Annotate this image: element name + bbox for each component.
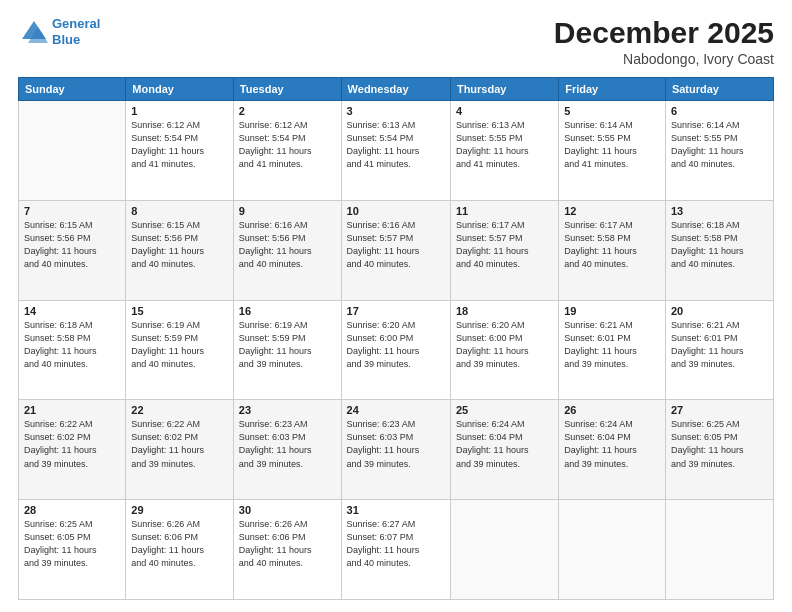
calendar-cell [450, 500, 558, 600]
calendar-cell: 19Sunrise: 6:21 AM Sunset: 6:01 PM Dayli… [559, 300, 666, 400]
day-info: Sunrise: 6:20 AM Sunset: 6:00 PM Dayligh… [347, 319, 445, 371]
calendar-cell: 17Sunrise: 6:20 AM Sunset: 6:00 PM Dayli… [341, 300, 450, 400]
calendar-cell: 8Sunrise: 6:15 AM Sunset: 5:56 PM Daylig… [126, 200, 234, 300]
col-saturday: Saturday [665, 78, 773, 101]
day-number: 15 [131, 305, 228, 317]
calendar-cell: 29Sunrise: 6:26 AM Sunset: 6:06 PM Dayli… [126, 500, 234, 600]
calendar-week-1: 1Sunrise: 6:12 AM Sunset: 5:54 PM Daylig… [19, 101, 774, 201]
subtitle: Nabodongo, Ivory Coast [554, 51, 774, 67]
calendar-table: Sunday Monday Tuesday Wednesday Thursday… [18, 77, 774, 600]
day-number: 5 [564, 105, 660, 117]
day-number: 24 [347, 404, 445, 416]
calendar-cell: 23Sunrise: 6:23 AM Sunset: 6:03 PM Dayli… [233, 400, 341, 500]
day-number: 1 [131, 105, 228, 117]
calendar-cell: 1Sunrise: 6:12 AM Sunset: 5:54 PM Daylig… [126, 101, 234, 201]
day-number: 16 [239, 305, 336, 317]
calendar-cell: 3Sunrise: 6:13 AM Sunset: 5:54 PM Daylig… [341, 101, 450, 201]
day-number: 7 [24, 205, 120, 217]
day-number: 6 [671, 105, 768, 117]
day-info: Sunrise: 6:14 AM Sunset: 5:55 PM Dayligh… [564, 119, 660, 171]
calendar-cell [19, 101, 126, 201]
day-number: 2 [239, 105, 336, 117]
day-number: 30 [239, 504, 336, 516]
day-number: 31 [347, 504, 445, 516]
day-info: Sunrise: 6:16 AM Sunset: 5:57 PM Dayligh… [347, 219, 445, 271]
col-friday: Friday [559, 78, 666, 101]
logo-icon [18, 19, 50, 45]
day-number: 27 [671, 404, 768, 416]
col-sunday: Sunday [19, 78, 126, 101]
day-number: 17 [347, 305, 445, 317]
day-info: Sunrise: 6:22 AM Sunset: 6:02 PM Dayligh… [24, 418, 120, 470]
day-info: Sunrise: 6:17 AM Sunset: 5:58 PM Dayligh… [564, 219, 660, 271]
header-row: Sunday Monday Tuesday Wednesday Thursday… [19, 78, 774, 101]
calendar-cell: 5Sunrise: 6:14 AM Sunset: 5:55 PM Daylig… [559, 101, 666, 201]
day-info: Sunrise: 6:19 AM Sunset: 5:59 PM Dayligh… [131, 319, 228, 371]
day-number: 3 [347, 105, 445, 117]
day-number: 26 [564, 404, 660, 416]
day-info: Sunrise: 6:23 AM Sunset: 6:03 PM Dayligh… [347, 418, 445, 470]
day-number: 23 [239, 404, 336, 416]
calendar-cell: 25Sunrise: 6:24 AM Sunset: 6:04 PM Dayli… [450, 400, 558, 500]
day-info: Sunrise: 6:15 AM Sunset: 5:56 PM Dayligh… [24, 219, 120, 271]
calendar-cell: 11Sunrise: 6:17 AM Sunset: 5:57 PM Dayli… [450, 200, 558, 300]
day-info: Sunrise: 6:16 AM Sunset: 5:56 PM Dayligh… [239, 219, 336, 271]
day-info: Sunrise: 6:15 AM Sunset: 5:56 PM Dayligh… [131, 219, 228, 271]
day-info: Sunrise: 6:22 AM Sunset: 6:02 PM Dayligh… [131, 418, 228, 470]
day-info: Sunrise: 6:23 AM Sunset: 6:03 PM Dayligh… [239, 418, 336, 470]
col-thursday: Thursday [450, 78, 558, 101]
day-number: 25 [456, 404, 553, 416]
day-info: Sunrise: 6:27 AM Sunset: 6:07 PM Dayligh… [347, 518, 445, 570]
day-number: 8 [131, 205, 228, 217]
page: General Blue December 2025 Nabodongo, Iv… [0, 0, 792, 612]
calendar-cell: 12Sunrise: 6:17 AM Sunset: 5:58 PM Dayli… [559, 200, 666, 300]
day-number: 21 [24, 404, 120, 416]
header: General Blue December 2025 Nabodongo, Iv… [18, 16, 774, 67]
day-number: 9 [239, 205, 336, 217]
day-info: Sunrise: 6:18 AM Sunset: 5:58 PM Dayligh… [671, 219, 768, 271]
calendar-cell: 21Sunrise: 6:22 AM Sunset: 6:02 PM Dayli… [19, 400, 126, 500]
day-number: 28 [24, 504, 120, 516]
col-monday: Monday [126, 78, 234, 101]
day-info: Sunrise: 6:26 AM Sunset: 6:06 PM Dayligh… [239, 518, 336, 570]
day-number: 4 [456, 105, 553, 117]
main-title: December 2025 [554, 16, 774, 49]
calendar-cell: 9Sunrise: 6:16 AM Sunset: 5:56 PM Daylig… [233, 200, 341, 300]
calendar-cell: 28Sunrise: 6:25 AM Sunset: 6:05 PM Dayli… [19, 500, 126, 600]
calendar-cell: 2Sunrise: 6:12 AM Sunset: 5:54 PM Daylig… [233, 101, 341, 201]
calendar-cell: 26Sunrise: 6:24 AM Sunset: 6:04 PM Dayli… [559, 400, 666, 500]
title-area: December 2025 Nabodongo, Ivory Coast [554, 16, 774, 67]
day-info: Sunrise: 6:25 AM Sunset: 6:05 PM Dayligh… [24, 518, 120, 570]
col-tuesday: Tuesday [233, 78, 341, 101]
day-info: Sunrise: 6:21 AM Sunset: 6:01 PM Dayligh… [671, 319, 768, 371]
calendar-cell: 30Sunrise: 6:26 AM Sunset: 6:06 PM Dayli… [233, 500, 341, 600]
col-wednesday: Wednesday [341, 78, 450, 101]
day-info: Sunrise: 6:12 AM Sunset: 5:54 PM Dayligh… [131, 119, 228, 171]
day-number: 19 [564, 305, 660, 317]
day-info: Sunrise: 6:26 AM Sunset: 6:06 PM Dayligh… [131, 518, 228, 570]
calendar-cell: 22Sunrise: 6:22 AM Sunset: 6:02 PM Dayli… [126, 400, 234, 500]
calendar-week-4: 21Sunrise: 6:22 AM Sunset: 6:02 PM Dayli… [19, 400, 774, 500]
day-info: Sunrise: 6:19 AM Sunset: 5:59 PM Dayligh… [239, 319, 336, 371]
logo-text: General Blue [52, 16, 100, 47]
logo: General Blue [18, 16, 100, 47]
day-info: Sunrise: 6:12 AM Sunset: 5:54 PM Dayligh… [239, 119, 336, 171]
calendar-week-2: 7Sunrise: 6:15 AM Sunset: 5:56 PM Daylig… [19, 200, 774, 300]
calendar-cell [665, 500, 773, 600]
calendar-cell: 7Sunrise: 6:15 AM Sunset: 5:56 PM Daylig… [19, 200, 126, 300]
day-number: 18 [456, 305, 553, 317]
calendar-week-5: 28Sunrise: 6:25 AM Sunset: 6:05 PM Dayli… [19, 500, 774, 600]
day-info: Sunrise: 6:21 AM Sunset: 6:01 PM Dayligh… [564, 319, 660, 371]
calendar-header: Sunday Monday Tuesday Wednesday Thursday… [19, 78, 774, 101]
day-info: Sunrise: 6:13 AM Sunset: 5:54 PM Dayligh… [347, 119, 445, 171]
day-number: 22 [131, 404, 228, 416]
calendar-cell: 27Sunrise: 6:25 AM Sunset: 6:05 PM Dayli… [665, 400, 773, 500]
day-number: 12 [564, 205, 660, 217]
day-info: Sunrise: 6:14 AM Sunset: 5:55 PM Dayligh… [671, 119, 768, 171]
calendar-cell: 24Sunrise: 6:23 AM Sunset: 6:03 PM Dayli… [341, 400, 450, 500]
day-number: 13 [671, 205, 768, 217]
calendar-cell [559, 500, 666, 600]
day-info: Sunrise: 6:24 AM Sunset: 6:04 PM Dayligh… [564, 418, 660, 470]
day-number: 20 [671, 305, 768, 317]
day-info: Sunrise: 6:18 AM Sunset: 5:58 PM Dayligh… [24, 319, 120, 371]
